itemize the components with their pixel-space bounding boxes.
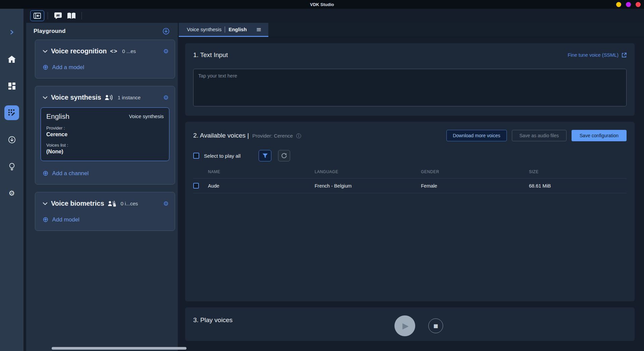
section-title: Voice synthesis bbox=[51, 94, 101, 101]
provider-caption: Provider: Cerence bbox=[252, 133, 293, 139]
tab-separator bbox=[225, 27, 225, 33]
english-channel-card[interactable]: English Voice synthesis Provider : Ceren… bbox=[41, 107, 169, 161]
lexicon-bubble-icon: æ bbox=[54, 12, 62, 19]
cell-gender: Female bbox=[421, 183, 529, 189]
add-model-label: Add model bbox=[52, 216, 79, 223]
external-link-icon bbox=[622, 53, 627, 58]
app-title: VDK Studio bbox=[310, 2, 334, 7]
expand-sidebar-button[interactable] bbox=[0, 26, 23, 39]
lightbulb-icon bbox=[8, 163, 15, 170]
section-title: Voice biometrics bbox=[51, 200, 104, 207]
app-window: VDK Studio bbox=[0, 0, 644, 351]
fine-tune-ssml-link[interactable]: Fine tune voice (SSML) bbox=[568, 52, 627, 58]
voice-biometrics-icon bbox=[108, 201, 116, 207]
channel-type: Voice synthesis bbox=[129, 113, 164, 119]
playground-edit-icon bbox=[8, 109, 16, 117]
window-controls bbox=[616, 2, 641, 7]
downloads-button[interactable] bbox=[0, 133, 23, 146]
home-button[interactable] bbox=[0, 52, 23, 66]
cell-language: French - Belgium bbox=[315, 183, 421, 189]
chevron-right-icon bbox=[9, 30, 14, 35]
home-icon bbox=[8, 56, 16, 63]
play-voices-heading: 3. Play voices bbox=[193, 316, 232, 324]
add-model-link[interactable]: ⊕ Add a model bbox=[43, 64, 169, 71]
voices-list-label: Voices list : bbox=[46, 143, 164, 148]
cell-size: 68.61 MiB bbox=[529, 183, 627, 189]
plus-circle-icon: ⊕ bbox=[43, 64, 49, 71]
settings-gear-icon: ⚙ bbox=[9, 190, 15, 197]
maximize-dot[interactable] bbox=[626, 2, 631, 7]
chevron-down-icon[interactable] bbox=[43, 202, 48, 205]
dashboard-button[interactable] bbox=[0, 79, 23, 93]
tab-name-label: English bbox=[228, 27, 247, 32]
instances-badge: 0 i...ces bbox=[121, 201, 138, 206]
stop-button[interactable]: ■ bbox=[428, 318, 443, 333]
play-icon: ▶ bbox=[402, 322, 409, 330]
minimize-dot[interactable] bbox=[616, 2, 621, 7]
text-input-section: 1. Text Input Fine tune voice (SSML) bbox=[185, 43, 635, 116]
info-icon[interactable]: ⓘ bbox=[296, 134, 301, 139]
svg-text:æ: æ bbox=[56, 13, 60, 17]
import-download-icon[interactable] bbox=[162, 28, 170, 35]
tips-button[interactable] bbox=[0, 160, 23, 173]
available-voices-section: 2. Available voices | Provider: Cerence … bbox=[185, 122, 635, 301]
provider-label: Provider : bbox=[46, 126, 164, 131]
text-input-heading: 1. Text Input bbox=[193, 51, 228, 59]
documentation-button[interactable] bbox=[65, 10, 78, 21]
channel-name: English bbox=[46, 112, 69, 120]
instances-badge: 0 ...es bbox=[122, 48, 136, 54]
panel-toggle-button-active[interactable] bbox=[30, 10, 44, 21]
col-gender: GENDER bbox=[421, 169, 529, 174]
lexicon-button[interactable]: æ bbox=[51, 10, 65, 21]
table-row-aude[interactable]: Aude French - Belgium Female 68.61 MiB bbox=[193, 179, 627, 193]
download-circle-icon bbox=[8, 136, 16, 144]
code-icon: <> bbox=[110, 48, 117, 55]
col-size: SIZE bbox=[529, 169, 627, 174]
cell-name: Aude bbox=[208, 183, 315, 189]
play-button[interactable]: ▶ bbox=[394, 315, 415, 336]
chevron-down-icon[interactable] bbox=[43, 50, 48, 53]
voice-synthesis-card: Voice synthesis 1 instance ⚙ English Voi… bbox=[35, 86, 175, 185]
toolbar-divider bbox=[82, 12, 82, 19]
plus-circle-icon: ⊕ bbox=[43, 170, 49, 177]
close-dot[interactable] bbox=[636, 2, 641, 7]
select-all-checkbox[interactable] bbox=[193, 153, 199, 159]
plus-circle-icon: ⊕ bbox=[43, 216, 49, 223]
add-model-label: Add a model bbox=[52, 64, 84, 71]
row-checkbox[interactable] bbox=[193, 183, 199, 189]
download-more-voices-button[interactable]: Download more voices bbox=[446, 130, 507, 141]
stop-icon: ■ bbox=[433, 323, 438, 329]
tab-menu-icon[interactable]: ≡ bbox=[256, 26, 262, 33]
refresh-icon bbox=[281, 153, 287, 159]
horizontal-scrollbar-thumb[interactable] bbox=[52, 347, 186, 350]
voice-biometrics-card: Voice biometrics 0 i...ces ⚙ ⊕ Add model bbox=[35, 192, 175, 231]
text-input-field[interactable] bbox=[193, 69, 627, 106]
voices-list-value: (None) bbox=[46, 149, 164, 155]
filter-button[interactable] bbox=[259, 150, 271, 161]
chevron-down-icon[interactable] bbox=[43, 96, 48, 99]
voice-synthesis-icon bbox=[105, 95, 113, 100]
main-area: Voice synthesis English ≡ 1. Text Input bbox=[178, 23, 644, 351]
playground-button-active[interactable] bbox=[4, 105, 19, 120]
provider-value: Cerence bbox=[46, 132, 164, 138]
add-channel-link[interactable]: ⊕ Add a channel bbox=[43, 170, 169, 177]
voices-table-header: NAME LANGUAGE GENDER SIZE bbox=[193, 166, 627, 179]
gear-icon[interactable]: ⚙ bbox=[163, 48, 169, 54]
section-title: Voice recognition bbox=[51, 47, 107, 55]
playground-panel: Playground Voice recognition <> 0 ...es … bbox=[23, 23, 178, 351]
col-name: NAME bbox=[208, 169, 315, 174]
add-channel-label: Add a channel bbox=[52, 170, 89, 177]
save-as-audio-files-button[interactable]: Save as audio files bbox=[512, 130, 567, 141]
top-toolbar: æ bbox=[23, 9, 644, 23]
settings-button[interactable]: ⚙ bbox=[0, 187, 23, 200]
add-model-link[interactable]: ⊕ Add model bbox=[43, 216, 169, 223]
gear-icon[interactable]: ⚙ bbox=[163, 95, 169, 101]
refresh-button[interactable] bbox=[278, 150, 290, 161]
play-voices-section: 3. Play voices ▶ ■ bbox=[185, 307, 635, 341]
filter-funnel-icon bbox=[262, 153, 268, 159]
tab-voice-synthesis-english[interactable]: Voice synthesis English ≡ bbox=[179, 23, 268, 37]
select-all-label: Select to play all bbox=[204, 153, 240, 159]
toolbar-divider bbox=[48, 12, 48, 19]
save-configuration-button[interactable]: Save configuration bbox=[572, 130, 627, 141]
gear-icon[interactable]: ⚙ bbox=[163, 201, 169, 207]
